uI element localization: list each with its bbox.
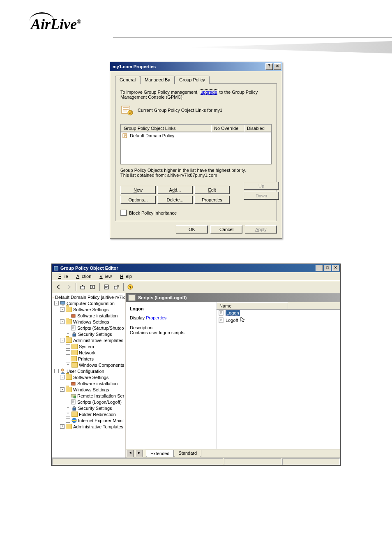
gpo-links-list[interactable]: Group Policy Object Links No Override Di…: [120, 124, 272, 164]
page-header: AirLive®: [0, 0, 392, 49]
help-button[interactable]: ?: [265, 63, 273, 70]
expand-icon[interactable]: +: [66, 332, 70, 336]
upgrade-link[interactable]: upgrade: [200, 89, 218, 95]
collapse-icon[interactable]: -: [60, 307, 65, 312]
maximize-button[interactable]: □: [324, 265, 331, 271]
down-button[interactable]: Down: [244, 192, 279, 200]
tree-uc-security[interactable]: +Security Settings: [53, 405, 125, 411]
expand-icon[interactable]: +: [66, 350, 70, 355]
tab-standard[interactable]: Standard: [174, 450, 201, 457]
collapse-icon[interactable]: -: [54, 369, 59, 373]
tree-cc-printers[interactable]: Printers: [53, 356, 125, 362]
properties-toolbar-button[interactable]: [102, 282, 111, 291]
dialog-actions: OK Cancel Apply: [115, 221, 277, 234]
menu-action[interactable]: Action: [71, 273, 94, 280]
collapse-icon[interactable]: -: [60, 338, 65, 342]
tree-uc-ris[interactable]: Remote Installation Ser: [53, 393, 125, 399]
col-disabled[interactable]: Disabled: [244, 125, 271, 132]
tab-extended[interactable]: Extended: [146, 450, 174, 457]
cancel-button[interactable]: Cancel: [210, 225, 242, 234]
tree-uc-scripts[interactable]: Scripts (Logon/Logoff): [53, 399, 125, 405]
brand-name: AirLive: [31, 16, 77, 32]
dialog-titlebar[interactable]: my1.com Properties ? ✕: [110, 62, 282, 71]
tree-user-config[interactable]: -User Configuration: [53, 368, 125, 374]
display-properties-link[interactable]: Properties: [146, 315, 166, 320]
list-item-logoff[interactable]: Logoff: [217, 316, 340, 324]
tree-uc-windows[interactable]: -Windows Settings: [53, 386, 125, 393]
expand-icon[interactable]: +: [66, 418, 70, 423]
editor-close-button[interactable]: ✕: [332, 265, 339, 271]
menubar: File Action View Help: [52, 272, 340, 281]
col-links[interactable]: Group Policy Object Links: [121, 125, 211, 132]
close-button[interactable]: ✕: [274, 63, 281, 70]
collapse-icon[interactable]: -: [60, 387, 65, 392]
menu-view[interactable]: View: [95, 273, 114, 280]
properties-button[interactable]: Properties: [194, 196, 230, 204]
svg-rect-14: [71, 314, 75, 317]
tree-cc-software[interactable]: -Software Settings: [53, 306, 125, 312]
menu-help[interactable]: Help: [115, 273, 134, 280]
tree-uc-admin[interactable]: +Administrative Templates: [53, 423, 125, 430]
folder-icon: [71, 356, 77, 361]
folder-icon: [66, 319, 72, 324]
button-area: New Add... Edit Options... Delete... Pro…: [120, 182, 272, 204]
show-hide-button[interactable]: [88, 282, 97, 291]
nav-back-button[interactable]: [54, 282, 63, 291]
tab-general[interactable]: General: [115, 76, 140, 84]
scroll-left-button[interactable]: ◄: [127, 450, 134, 457]
up-level-button[interactable]: [78, 282, 87, 291]
tree-cc-system[interactable]: +System: [53, 343, 125, 349]
tree-root[interactable]: Default Domain Policy [airlive-rv7ix: [53, 294, 125, 300]
block-inheritance-checkbox[interactable]: [120, 210, 127, 216]
collapse-icon[interactable]: -: [60, 319, 65, 324]
edit-button[interactable]: Edit: [194, 186, 230, 194]
description-label: Description:: [130, 325, 212, 330]
svg-point-20: [74, 396, 76, 398]
tree-cc-security[interactable]: +Security Settings: [53, 331, 125, 337]
tree-cc-scripts[interactable]: Scripts (Startup/Shutdo: [53, 325, 125, 331]
col-no-override[interactable]: No Override: [211, 125, 244, 132]
expand-icon[interactable]: +: [66, 344, 70, 349]
new-button[interactable]: New: [120, 186, 156, 194]
col-name[interactable]: Name: [217, 302, 288, 309]
scripts-list[interactable]: Name Logon Logoff: [217, 302, 340, 449]
add-button[interactable]: Add...: [157, 186, 193, 194]
tree-cc-sw-install[interactable]: Software installation: [53, 312, 125, 319]
delete-button[interactable]: Delete...: [157, 196, 193, 204]
tree-uc-ie[interactable]: +Internet Explorer Maint: [53, 417, 125, 423]
statusbar: [52, 458, 340, 465]
list-item-logon[interactable]: Logon: [217, 310, 340, 316]
expand-icon[interactable]: +: [66, 412, 70, 416]
tree-comp-config[interactable]: -Computer Configuration: [53, 300, 125, 306]
tree-cc-admin[interactable]: -Administrative Templates: [53, 337, 125, 343]
tree-pane[interactable]: Default Domain Policy [airlive-rv7ix -Co…: [52, 293, 126, 458]
tree-uc-sw-install[interactable]: Software installation: [53, 380, 125, 386]
nav-forward-button[interactable]: [64, 282, 73, 291]
menu-file[interactable]: File: [53, 273, 71, 280]
tab-group-policy[interactable]: Group Policy: [175, 76, 210, 84]
help-toolbar-button[interactable]: ?: [126, 282, 135, 291]
export-button[interactable]: [112, 282, 121, 291]
minimize-button[interactable]: _: [316, 265, 323, 271]
editor-titlebar[interactable]: Group Policy Object Editor _ □ ✕: [52, 264, 340, 272]
list-row[interactable]: Default Domain Policy: [121, 132, 271, 139]
ok-button[interactable]: OK: [176, 225, 208, 234]
tree-uc-folder-redir[interactable]: +Folder Redirection: [53, 411, 125, 417]
tree-uc-software[interactable]: -Software Settings: [53, 374, 125, 380]
block-inheritance-label: Block Policy inheritance: [129, 210, 177, 215]
expand-icon[interactable]: +: [66, 406, 70, 410]
collapse-icon[interactable]: -: [60, 375, 65, 379]
block-inheritance-row[interactable]: Block Policy inheritance: [120, 210, 272, 216]
options-button[interactable]: Options...: [120, 196, 156, 204]
scroll-right-button[interactable]: ►: [136, 450, 143, 457]
expand-icon[interactable]: +: [66, 363, 70, 367]
collapse-icon[interactable]: -: [54, 301, 59, 305]
expand-icon[interactable]: +: [60, 424, 65, 429]
apply-button[interactable]: Apply: [245, 225, 277, 234]
tree-cc-network[interactable]: +Network: [53, 349, 125, 356]
tab-managed-by[interactable]: Managed By: [140, 76, 175, 84]
right-button-col: Up Down: [244, 182, 279, 200]
up-button[interactable]: Up: [244, 182, 279, 190]
tree-cc-windows[interactable]: -Windows Settings: [53, 319, 125, 325]
tree-cc-wincomp[interactable]: +Windows Components: [53, 362, 125, 368]
